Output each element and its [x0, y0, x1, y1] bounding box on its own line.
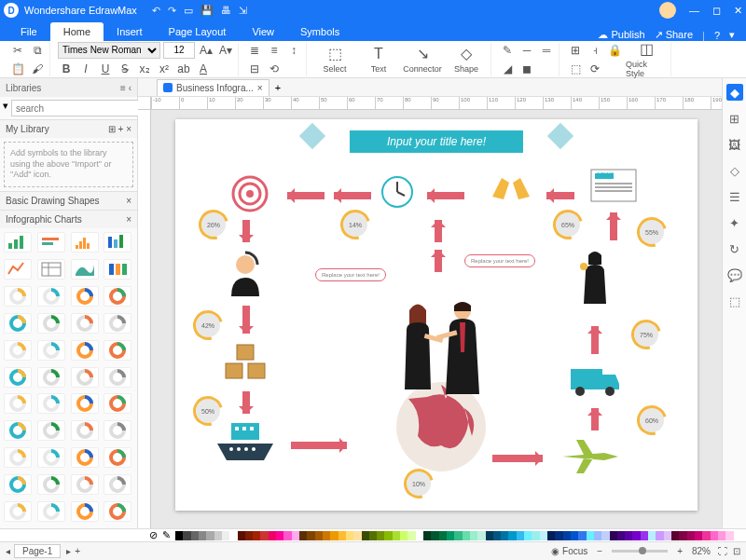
- basic-shapes-header[interactable]: Basic Drawing Shapes: [6, 196, 100, 206]
- canvas[interactable]: Input your title here! NEWS: [151, 110, 722, 528]
- share-button[interactable]: ↗ Share: [655, 29, 693, 41]
- shape-thumbnail[interactable]: [71, 340, 99, 361]
- increase-font-icon[interactable]: A▴: [198, 42, 214, 59]
- color-swatch[interactable]: [470, 531, 477, 540]
- shape-tool[interactable]: ◇Shape: [446, 43, 487, 76]
- shape-thumbnail[interactable]: [37, 393, 65, 414]
- color-swatch[interactable]: [323, 531, 330, 540]
- italic-icon[interactable]: I: [77, 61, 94, 77]
- color-swatch[interactable]: [214, 531, 222, 540]
- export-icon[interactable]: ⇲: [239, 5, 247, 17]
- group-icon[interactable]: ⊞: [567, 42, 584, 59]
- color-swatch[interactable]: [439, 531, 447, 540]
- color-swatch[interactable]: [338, 531, 346, 540]
- color-swatch[interactable]: [199, 531, 206, 540]
- open-icon[interactable]: ▭: [184, 5, 193, 17]
- fullscreen-icon[interactable]: ⊡: [733, 546, 740, 556]
- percent-badge[interactable]: 65%: [556, 212, 580, 237]
- color-swatch[interactable]: [346, 531, 353, 540]
- color-swatch[interactable]: [702, 531, 710, 540]
- save-icon[interactable]: 💾: [200, 5, 214, 17]
- color-swatch[interactable]: [718, 531, 725, 540]
- page-tab[interactable]: Page-1: [14, 544, 61, 558]
- color-swatch[interactable]: [477, 531, 485, 540]
- color-swatch[interactable]: [695, 531, 702, 540]
- percent-badge[interactable]: 50%: [196, 399, 220, 423]
- color-swatch[interactable]: [547, 531, 555, 540]
- shape-thumbnail[interactable]: [4, 420, 32, 441]
- shape-thumbnail[interactable]: [71, 501, 99, 522]
- shape-thumbnail[interactable]: [4, 447, 32, 468]
- color-swatch[interactable]: [276, 531, 283, 540]
- underline-icon[interactable]: U: [97, 61, 114, 77]
- bold-icon[interactable]: B: [58, 61, 75, 77]
- color-swatch[interactable]: [229, 531, 237, 540]
- shape-thumbnail[interactable]: [4, 286, 32, 307]
- library-search-input[interactable]: [11, 100, 139, 116]
- color-swatch[interactable]: [594, 531, 601, 540]
- subscript-icon[interactable]: x₂: [136, 61, 153, 77]
- arrow[interactable]: [242, 391, 250, 414]
- zoom-slider[interactable]: [612, 550, 668, 553]
- shape-thumbnail[interactable]: [104, 393, 131, 414]
- fill-icon[interactable]: ◢: [499, 61, 516, 77]
- page[interactable]: Input your title here! NEWS: [175, 119, 698, 511]
- arrow[interactable]: [591, 408, 599, 430]
- arrow[interactable]: [427, 192, 464, 199]
- shadow-icon[interactable]: ◼: [518, 61, 535, 77]
- color-swatch[interactable]: [315, 531, 323, 540]
- cheers-icon[interactable]: [483, 173, 539, 201]
- color-swatch[interactable]: [362, 531, 369, 540]
- shape-thumbnail[interactable]: [37, 474, 65, 495]
- newspaper-icon[interactable]: NEWS: [586, 164, 642, 205]
- add-page-button[interactable]: +: [75, 546, 80, 556]
- color-swatch[interactable]: [238, 531, 245, 540]
- quick-style-tool[interactable]: ◫Quick Style: [626, 43, 667, 76]
- tab-insert[interactable]: Insert: [104, 22, 156, 41]
- align-left-icon[interactable]: ≡: [266, 42, 283, 59]
- next-page-button[interactable]: ▸: [66, 546, 71, 556]
- highlight-icon[interactable]: ab: [175, 61, 192, 77]
- tab-home[interactable]: Home: [50, 22, 104, 41]
- color-swatch[interactable]: [283, 531, 291, 540]
- line-style-icon[interactable]: ─: [518, 42, 535, 59]
- arrow[interactable]: [492, 455, 543, 462]
- shape-thumbnail[interactable]: [71, 474, 99, 495]
- tab-file[interactable]: File: [7, 22, 50, 41]
- color-swatch[interactable]: [664, 531, 671, 540]
- shape-thumbnail[interactable]: [37, 420, 65, 441]
- document-tab[interactable]: Business Infogra... ×: [157, 79, 269, 96]
- close-icon[interactable]: ✕: [734, 5, 742, 17]
- format-painter-icon[interactable]: 🖌: [29, 61, 46, 77]
- my-library-header[interactable]: My Library: [6, 124, 49, 134]
- speech-bubble[interactable]: Replace your text here!: [315, 268, 386, 281]
- shape-thumbnail[interactable]: [104, 447, 131, 468]
- color-swatch[interactable]: [610, 531, 617, 540]
- color-swatch[interactable]: [307, 531, 314, 540]
- shape-thumbnail[interactable]: [4, 313, 32, 334]
- prev-page-button[interactable]: ◂: [6, 546, 10, 556]
- color-swatch[interactable]: [632, 531, 640, 540]
- color-swatch[interactable]: [260, 531, 268, 540]
- cloud-panel-icon[interactable]: ⬚: [726, 293, 743, 309]
- shape-thumbnail[interactable]: [104, 367, 131, 388]
- color-swatch[interactable]: [625, 531, 632, 540]
- color-swatch[interactable]: [501, 531, 508, 540]
- menu-dropdown-icon[interactable]: ▾: [729, 29, 735, 41]
- color-swatch[interactable]: [679, 531, 686, 540]
- color-swatch[interactable]: [540, 531, 547, 540]
- focus-toggle[interactable]: ◉ Focus: [551, 546, 587, 556]
- color-swatch[interactable]: [671, 531, 679, 540]
- color-swatch[interactable]: [555, 531, 562, 540]
- shape-thumbnail[interactable]: [71, 420, 99, 441]
- color-swatch[interactable]: [431, 531, 438, 540]
- help-icon[interactable]: ?: [714, 30, 720, 41]
- tab-page-layout[interactable]: Page Layout: [156, 22, 240, 41]
- color-swatch[interactable]: [245, 531, 253, 540]
- align-objects-icon[interactable]: ⫞: [587, 42, 603, 59]
- title-banner[interactable]: Input your title here!: [350, 130, 523, 153]
- strike-icon[interactable]: S̶: [117, 61, 133, 77]
- percent-badge[interactable]: 60%: [640, 408, 664, 432]
- shape-thumbnail[interactable]: [71, 232, 99, 253]
- arrange-icon[interactable]: ⬚: [567, 61, 584, 77]
